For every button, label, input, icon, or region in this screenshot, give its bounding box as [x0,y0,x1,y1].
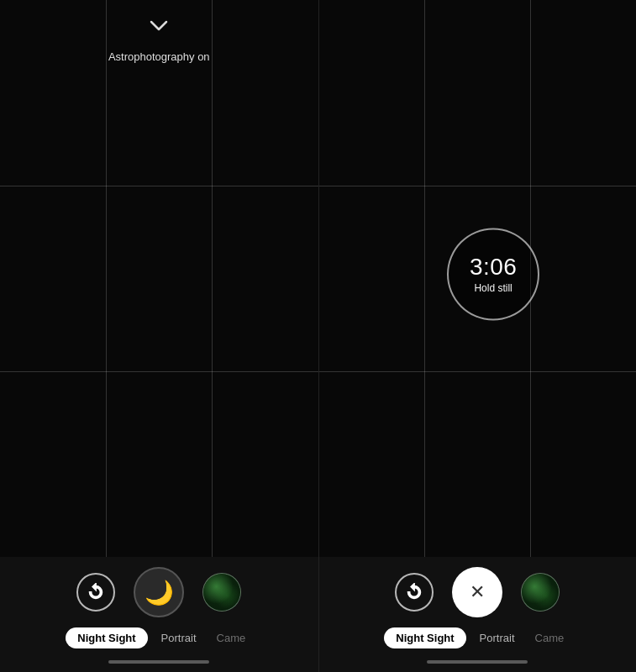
left-controls: 🌙 Night Sight Portrait Came [0,557,318,672]
close-icon: ✕ [470,581,485,603]
tab-portrait-right[interactable]: Portrait [473,627,522,648]
shutter-cancel-button[interactable]: ✕ [452,567,502,617]
tab-camera-right[interactable]: Came [528,627,571,648]
astro-label: Astrophotography on [108,50,210,63]
right-viewfinder: 3:06 Hold still [319,0,637,557]
tab-portrait-left[interactable]: Portrait [155,627,203,648]
thumbnail-image [203,574,240,611]
left-button-row: 🌙 [76,567,241,617]
right-panel: 3:06 Hold still ✕ Night Sight Portr [318,0,637,672]
left-viewfinder: Astrophotography on [0,0,318,557]
left-mode-tabs: Night Sight Portrait Came [66,627,252,648]
tab-night-sight-right[interactable]: Night Sight [384,627,465,648]
rotate-button-right[interactable] [395,573,434,612]
left-panel: Astrophotography on 🌙 Night Sight Portra… [0,0,318,672]
right-button-row: ✕ [395,567,560,617]
grid-overlay [0,0,318,557]
thumbnail-image-right [522,574,559,611]
chevron-down-icon[interactable] [150,15,168,37]
timer-hold-label: Hold still [474,281,512,293]
right-mode-tabs: Night Sight Portrait Came [384,627,570,648]
tab-night-sight-left[interactable]: Night Sight [66,627,147,648]
home-bar-right [427,660,528,664]
thumbnail-button[interactable] [202,573,241,612]
right-controls: ✕ Night Sight Portrait Came [319,557,637,672]
rotate-button[interactable] [76,573,115,612]
timer-time: 3:06 [470,255,518,281]
tab-camera-left[interactable]: Came [210,627,253,648]
thumbnail-button-right[interactable] [521,573,560,612]
timer-overlay: 3:06 Hold still [447,228,539,320]
shutter-moon-button[interactable]: 🌙 [134,567,184,617]
moon-icon: 🌙 [145,579,174,606]
home-bar-left [108,660,209,664]
